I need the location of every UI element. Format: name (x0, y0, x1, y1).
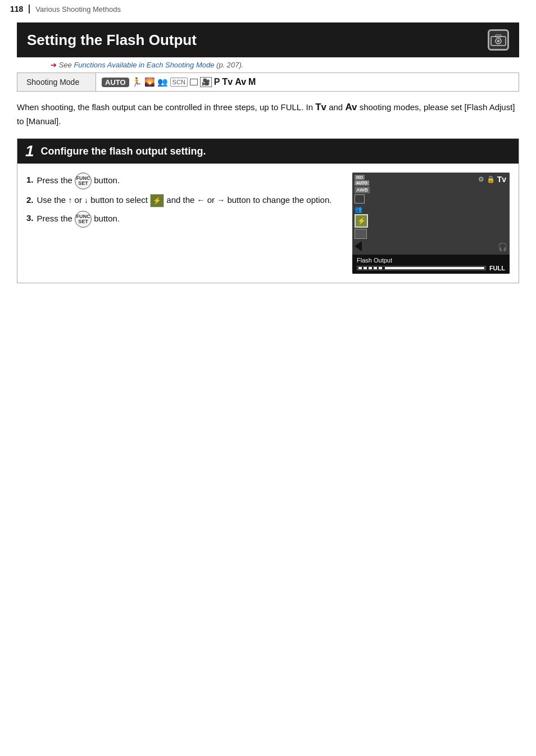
mode-av: Av (235, 77, 246, 87)
mode-tv-screen: Tv (497, 175, 506, 184)
awb-label: AWB (355, 187, 370, 193)
functions-link[interactable]: Functions Available in Each Shooting Mod… (74, 61, 214, 69)
page-header: 118 Various Shooting Methods (0, 0, 536, 16)
screen-right-icon: 🎧 (498, 242, 507, 251)
chapter-title: Various Shooting Methods (35, 4, 121, 13)
func-set-btn-3: FUNCSET (75, 211, 92, 228)
svg-point-3 (497, 40, 500, 43)
main-content: Setting the Flash Output ➔ See Functions… (0, 22, 536, 300)
mode-tv: Tv (222, 77, 233, 87)
screen-display: ISO AUTO AWB 👥 ⚡ ⚙ (352, 173, 510, 274)
flash-icon: ⚡ (150, 194, 164, 207)
flash-bar-track (357, 266, 486, 270)
mode-video: 🎥 (200, 77, 212, 87)
camera-icon (488, 29, 509, 51)
mode-scn: SCN (170, 78, 188, 87)
mode-p: P (214, 77, 220, 87)
iso-label: ISO (355, 175, 365, 180)
flash-output-label: Flash Output (357, 257, 505, 264)
step-title: Configure the flash output setting. (41, 146, 206, 157)
step-number: 1 (25, 143, 34, 159)
flash-full-label: FULL (489, 265, 505, 271)
rect-icon (355, 194, 365, 203)
section-title: Setting the Flash Output (27, 31, 197, 49)
flash-bar: FULL (357, 265, 505, 271)
dash-1 (358, 267, 362, 269)
step-body: 1. Press the FUNCSET button. 2. Use the … (17, 164, 519, 283)
func-set-btn-1: FUNCSET (75, 173, 92, 189)
lock-icon-screen: 🔒 (487, 175, 495, 183)
flash-bar-dashes (357, 266, 485, 270)
small-icon (355, 229, 367, 239)
dash-4 (374, 267, 377, 269)
dash-5 (379, 267, 382, 269)
mode-landscape: 🌄 (144, 77, 155, 87)
dash-2 (364, 267, 367, 269)
screen-top-right: ⚙ 🔒 Tv (478, 175, 506, 184)
headphone-icon: 🎧 (498, 242, 507, 251)
flash-selected-icon: ⚡ (355, 214, 368, 228)
see-arrow: ➔ (51, 61, 57, 69)
step-header: 1 Configure the flash output setting. (17, 139, 519, 164)
flash-output-bar: Flash Output (352, 255, 510, 274)
left-triangle (355, 241, 362, 251)
mode-rect (190, 79, 198, 85)
intro-paragraph: When shooting, the flash output can be c… (17, 99, 519, 128)
people-icon-screen: 👥 (355, 206, 362, 213)
camera-screen: ISO AUTO AWB 👥 ⚡ ⚙ (352, 173, 510, 274)
instruction-2: 2. Use the ↑ or ↓ button to select ⚡ and… (26, 193, 341, 207)
see-functions: ➔ See Functions Available in Each Shooti… (17, 57, 519, 73)
shooting-mode-icons: AUTO 🏃 🌄 👥 SCN 🎥 P Tv Av M (96, 74, 261, 90)
instruction-1: 1. Press the FUNCSET button. (26, 173, 341, 189)
mode-runner: 🏃 (131, 77, 142, 87)
shooting-mode-label: Shooting Mode (17, 73, 96, 91)
page-number: 118 (10, 4, 30, 13)
gear-icon-screen: ⚙ (478, 175, 484, 183)
auto-label: AUTO (355, 180, 369, 185)
mode-auto: AUTO (102, 78, 129, 87)
section-title-block: Setting the Flash Output (17, 22, 519, 57)
instruction-list: 1. Press the FUNCSET button. 2. Use the … (26, 173, 341, 228)
mode-people: 👥 (157, 77, 168, 87)
step-instructions: 1. Press the FUNCSET button. 2. Use the … (26, 173, 341, 231)
instruction-3: 3. Press the FUNCSET button. (26, 211, 341, 228)
shooting-mode-row: Shooting Mode AUTO 🏃 🌄 👥 SCN 🎥 P Tv Av M (17, 73, 519, 92)
step-1-section: 1 Configure the flash output setting. 1.… (17, 138, 519, 283)
dash-full (385, 267, 484, 269)
mode-m: M (248, 77, 256, 87)
dash-3 (369, 267, 372, 269)
